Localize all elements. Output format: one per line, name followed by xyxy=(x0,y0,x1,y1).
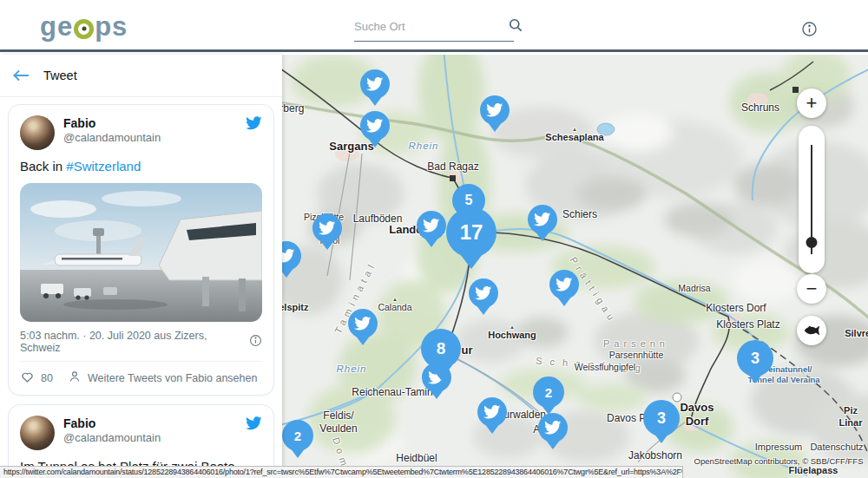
twitter-bird-icon[interactable] xyxy=(246,416,262,434)
twitter-bird-icon xyxy=(366,75,384,93)
tweet-cluster-marker[interactable]: 2 xyxy=(282,420,313,451)
avatar[interactable] xyxy=(20,416,55,450)
heart-icon[interactable] xyxy=(20,370,35,386)
tweet-author-handle: @calandamountain xyxy=(63,431,161,444)
geops-logo[interactable]: ge ps xyxy=(40,11,128,43)
tweet-text: Back in #Switzerland xyxy=(20,159,262,174)
fish-icon xyxy=(803,324,820,337)
tweet-marker[interactable] xyxy=(477,397,507,427)
twitter-bird-icon xyxy=(534,211,551,228)
twitter-bird-icon xyxy=(475,285,492,302)
logo-o-icon xyxy=(74,19,94,39)
twitter-bird-icon[interactable] xyxy=(246,116,262,134)
tweet-marker[interactable] xyxy=(348,309,378,338)
zoom-out-button[interactable]: − xyxy=(797,274,826,304)
map[interactable]: erbergSargansRheinBad RagazSchrunsSchesa… xyxy=(282,55,868,478)
sidebar-header: Tweet xyxy=(0,55,282,97)
search-icon[interactable] xyxy=(507,16,524,37)
tweet-author-name: Fabio xyxy=(63,416,161,431)
twitter-bird-icon xyxy=(544,419,562,436)
tweet-marker[interactable] xyxy=(312,213,342,243)
tweet-cluster-marker[interactable]: 3 xyxy=(643,400,680,436)
logo-text-right: ps xyxy=(95,11,128,43)
like-count: 80 xyxy=(41,372,53,384)
twitter-bird-icon xyxy=(483,403,501,421)
person-icon xyxy=(68,370,82,386)
tweet-author-name: Fabio xyxy=(63,115,161,131)
tweet-cluster-marker[interactable]: 2 xyxy=(533,377,564,408)
app-window: ge ps Tweet xyxy=(0,0,868,478)
twitter-bird-icon xyxy=(486,101,503,119)
search-box xyxy=(354,12,514,42)
tweet-sidebar: Tweet Fabio @calandamountain Back in #Sw… xyxy=(0,55,282,478)
zoom-slider-thumb[interactable] xyxy=(806,237,818,248)
tweet-cluster-marker[interactable]: 17 xyxy=(446,207,496,258)
tweet-marker[interactable] xyxy=(538,413,568,442)
tweet-cluster-marker[interactable]: 8 xyxy=(421,329,461,369)
tweet-marker[interactable] xyxy=(549,270,579,299)
tweet-marker[interactable] xyxy=(528,205,557,234)
back-arrow-icon[interactable] xyxy=(12,69,30,82)
more-tweets-link[interactable]: Weitere Tweets von Fabio ansehen xyxy=(88,372,258,384)
tweet-cluster-marker[interactable]: 3 xyxy=(737,340,773,377)
tweet-marker[interactable] xyxy=(360,111,390,141)
search-input[interactable] xyxy=(354,20,507,33)
twitter-bird-icon xyxy=(366,117,384,134)
twitter-bird-icon xyxy=(556,276,573,293)
tweet-author-handle: @calandamountain xyxy=(63,131,161,144)
avatar[interactable] xyxy=(20,115,55,150)
status-url-bar: https://twitter.com/calandamountain/stat… xyxy=(0,466,683,478)
zoom-in-button[interactable]: + xyxy=(797,88,826,118)
datenschutz-link[interactable]: Datenschutz xyxy=(810,442,863,454)
hashtag-link[interactable]: #Switzerland xyxy=(66,159,141,174)
tweet-marker[interactable] xyxy=(469,278,498,308)
logo-text-left: ge xyxy=(40,11,73,43)
sidebar-title: Tweet xyxy=(43,69,77,82)
zoom-slider[interactable] xyxy=(799,126,825,273)
tweet-marker[interactable] xyxy=(417,211,446,240)
tweet-photo-airport[interactable] xyxy=(20,183,262,322)
header: ge ps xyxy=(0,0,868,52)
tweet-card: Fabio @calandamountain Back in #Switzerl… xyxy=(8,104,274,396)
tweet-marker[interactable] xyxy=(360,69,390,99)
tweet-marker[interactable] xyxy=(480,95,510,125)
twitter-bird-icon xyxy=(354,315,372,332)
info-icon[interactable] xyxy=(801,21,818,37)
tweet-info-icon[interactable] xyxy=(249,334,262,350)
fish-layer-button[interactable] xyxy=(797,316,826,345)
impressum-link[interactable]: Impressum xyxy=(755,442,802,454)
twitter-bird-icon xyxy=(423,217,440,234)
tweet-timestamp: 5:03 nachm. · 20. Juli 2020 aus Zizers, … xyxy=(20,330,249,354)
twitter-bird-icon xyxy=(319,219,336,237)
